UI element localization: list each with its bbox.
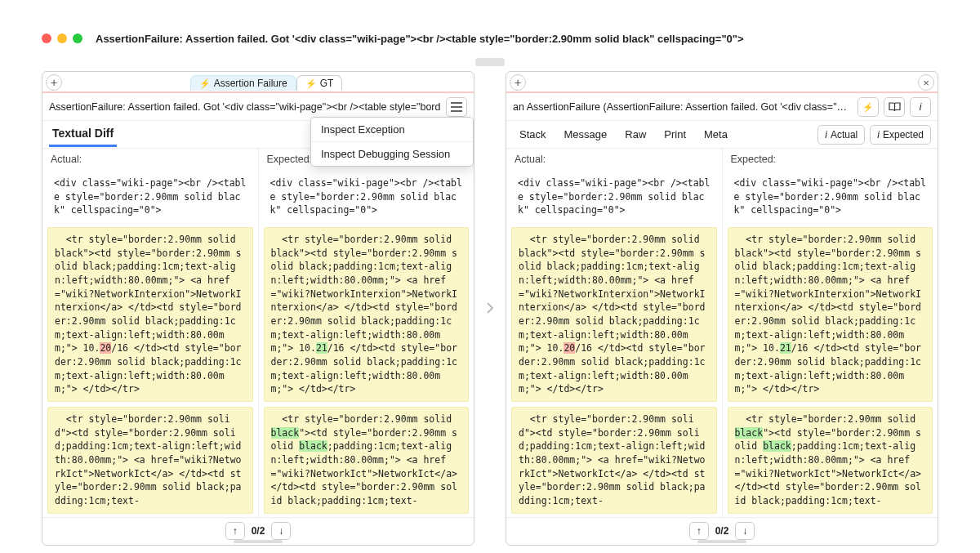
context-menu: Inspect Exception Inspect Debugging Sess… bbox=[310, 117, 474, 167]
toolbar-left: AssertionFailure: Assertion failed. Got … bbox=[42, 93, 474, 121]
textual-diff-tab[interactable]: Textual Diff bbox=[49, 122, 117, 147]
diff-added-mark: black bbox=[271, 427, 300, 439]
diff-added-mark: 21 bbox=[780, 342, 791, 354]
titlebar: AssertionFailure: Assertion failed. Got … bbox=[42, 27, 938, 50]
traffic-lights bbox=[42, 33, 82, 43]
left-pane: + Assertion Failure GT AssertionFailure:… bbox=[42, 71, 474, 546]
toolbar-handle bbox=[42, 58, 938, 66]
close-window-icon[interactable] bbox=[42, 33, 51, 43]
subnav-right: Stack Message Raw Print Meta iActual iEx… bbox=[506, 121, 938, 149]
diff-block: <tr style="border:2.90mm solid black"><t… bbox=[47, 227, 253, 402]
diff-block: <tr style="border:2.90mm solid"><td styl… bbox=[511, 407, 717, 514]
expected-column: Expected: <div class="wiki-page"><br /><… bbox=[723, 149, 938, 517]
next-diff-button[interactable]: ↓ bbox=[735, 522, 755, 540]
actual-button[interactable]: iActual bbox=[817, 125, 865, 145]
bolt-button[interactable] bbox=[858, 97, 879, 117]
tab-assertion-failure[interactable]: Assertion Failure bbox=[190, 75, 296, 91]
diff-block: <div class="wiki-page"><br /><table styl… bbox=[511, 172, 717, 222]
diff-blocks: <div class="wiki-page"><br /><table styl… bbox=[42, 168, 258, 517]
info-button[interactable]: i bbox=[910, 97, 931, 117]
diff-added-mark: black bbox=[763, 440, 791, 452]
menu-inspect-debugging-session[interactable]: Inspect Debugging Session bbox=[311, 141, 473, 166]
close-tab-button[interactable]: × bbox=[918, 74, 934, 91]
diff-block: <tr style="border:2.90mm solid black"><t… bbox=[728, 407, 933, 514]
zoom-window-icon[interactable] bbox=[73, 33, 82, 43]
diff-removed-mark: 20 bbox=[564, 342, 575, 354]
pager-text: 0/2 bbox=[715, 525, 729, 537]
pager-right: ↑ 0/2 ↓ bbox=[506, 517, 938, 545]
raw-tab[interactable]: Raw bbox=[618, 125, 653, 144]
expected-label: Expected bbox=[883, 129, 924, 140]
column-header: Actual: bbox=[42, 149, 258, 168]
minimize-window-icon[interactable] bbox=[57, 33, 67, 43]
app-window: AssertionFailure: Assertion failed. Got … bbox=[0, 0, 980, 553]
pager-left: ↑ 0/2 ↓ bbox=[42, 517, 474, 545]
prev-diff-button[interactable]: ↑ bbox=[689, 522, 709, 540]
diff-area-left: Actual: <div class="wiki-page"><br /><ta… bbox=[42, 149, 474, 517]
print-tab[interactable]: Print bbox=[657, 125, 693, 144]
bolt-icon bbox=[199, 78, 211, 89]
diff-block: <tr style="border:2.90mm solid black"><t… bbox=[511, 227, 717, 402]
diff-block: <tr style="border:2.90mm solid black"><t… bbox=[264, 227, 470, 402]
diff-added-mark: black bbox=[735, 427, 764, 439]
tab-label: GT bbox=[320, 78, 334, 89]
hamburger-icon bbox=[451, 102, 462, 112]
actual-column: Actual: <div class="wiki-page"><br /><ta… bbox=[42, 149, 259, 517]
diff-blocks: <div class="wiki-page"><br /><table styl… bbox=[723, 168, 938, 517]
expected-button[interactable]: iExpected bbox=[870, 125, 931, 145]
tab-label: Assertion Failure bbox=[214, 78, 287, 89]
drag-handle[interactable] bbox=[234, 540, 283, 543]
breadcrumb: an AssertionFailure (AssertionFailure: A… bbox=[513, 101, 853, 113]
drag-handle[interactable] bbox=[697, 540, 746, 543]
pane-divider[interactable] bbox=[474, 71, 506, 546]
column-header: Actual: bbox=[506, 149, 722, 168]
add-tab-button[interactable]: + bbox=[510, 74, 526, 91]
window-title: AssertionFailure: Assertion failed. Got … bbox=[96, 33, 744, 45]
bolt-icon bbox=[862, 101, 874, 113]
chevron-right-icon bbox=[484, 300, 496, 316]
diff-block: <tr style="border:2.90mm solid black"><t… bbox=[264, 407, 470, 514]
diff-added-mark: black bbox=[299, 440, 327, 452]
breadcrumb: AssertionFailure: Assertion failed. Got … bbox=[49, 101, 441, 113]
diff-removed-mark: 20 bbox=[100, 342, 111, 354]
diff-block: <div class="wiki-page"><br /><table styl… bbox=[264, 172, 470, 222]
pager-text: 0/2 bbox=[252, 525, 265, 537]
prev-diff-button[interactable]: ↑ bbox=[225, 522, 245, 540]
meta-tab[interactable]: Meta bbox=[697, 125, 734, 144]
add-tab-button[interactable]: + bbox=[46, 74, 62, 91]
message-tab[interactable]: Message bbox=[558, 125, 614, 144]
diff-added-mark: 21 bbox=[316, 342, 327, 354]
right-pane: + × an AssertionFailure (AssertionFailur… bbox=[506, 71, 938, 546]
tabstrip-left: + Assertion Failure GT bbox=[42, 72, 474, 93]
diff-block: <div class="wiki-page"><br /><table styl… bbox=[47, 172, 253, 222]
tabstrip-right: + × bbox=[506, 72, 938, 93]
next-diff-button[interactable]: ↓ bbox=[271, 522, 291, 540]
actual-label: Actual bbox=[831, 129, 858, 140]
column-header: Expected: bbox=[723, 149, 938, 168]
menu-inspect-exception[interactable]: Inspect Exception bbox=[311, 118, 473, 141]
tab-gt[interactable]: GT bbox=[296, 75, 343, 91]
diff-blocks: <div class="wiki-page"><br /><table styl… bbox=[259, 168, 474, 517]
diff-area-right: Actual: <div class="wiki-page"><br /><ta… bbox=[506, 149, 938, 517]
book-button[interactable] bbox=[884, 97, 905, 117]
diff-blocks: <div class="wiki-page"><br /><table styl… bbox=[506, 168, 722, 517]
actual-column: Actual: <div class="wiki-page"><br /><ta… bbox=[506, 149, 723, 517]
book-icon bbox=[889, 102, 901, 112]
diff-block: <tr style="border:2.90mm solid"><td styl… bbox=[47, 407, 253, 514]
expected-column: Expected: <div class="wiki-page"><br /><… bbox=[259, 149, 474, 517]
diff-block: <tr style="border:2.90mm solid black"><t… bbox=[728, 227, 933, 402]
bolt-icon bbox=[305, 78, 317, 89]
hamburger-button[interactable] bbox=[446, 97, 467, 117]
toolbar-right: an AssertionFailure (AssertionFailure: A… bbox=[506, 93, 938, 121]
stack-tab[interactable]: Stack bbox=[513, 125, 553, 144]
diff-block: <div class="wiki-page"><br /><table styl… bbox=[728, 172, 933, 222]
